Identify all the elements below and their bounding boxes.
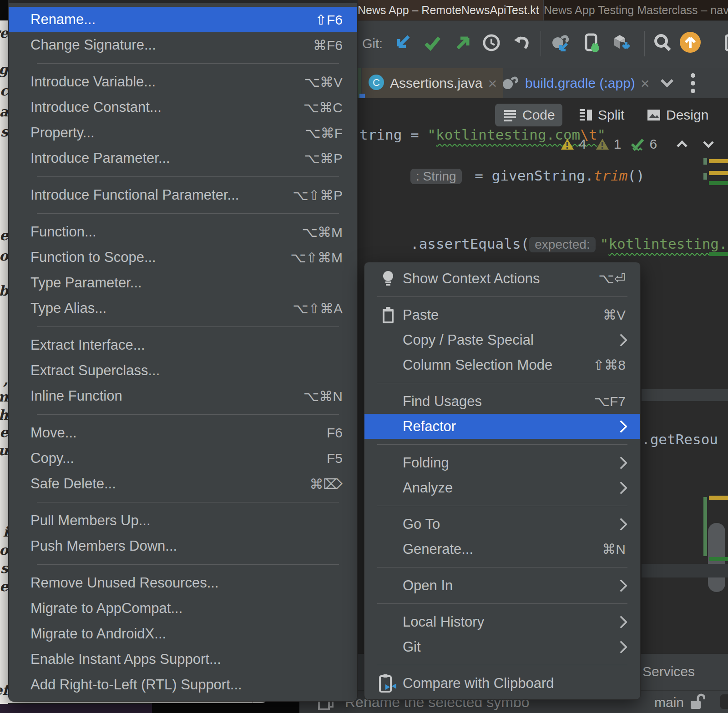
menu-item-introduce-functional-parameter[interactable]: Introduce Functional Parameter...⌥⇧⌘P: [9, 182, 357, 208]
menu-item-add-right-to-left-rtl-support[interactable]: Add Right-to-Left (RTL) Support...: [9, 672, 357, 698]
menu-item-label: Enable Instant Apps Support...: [30, 651, 221, 668]
inlay-hint-expected: expected:: [529, 237, 595, 252]
menu-item-remove-unused-resources[interactable]: Remove Unused Resources...: [9, 570, 357, 596]
page-text-fragment: e: [0, 578, 8, 594]
menu-item-label: Git: [403, 639, 421, 655]
window-title-inactive[interactable]: News App Testing Masterclass – navigatio…: [544, 0, 728, 20]
menu-separator: [37, 502, 339, 502]
menu-item-copy-paste-special[interactable]: Copy / Paste Special: [364, 327, 640, 352]
stripe-mark[interactable]: [709, 496, 728, 500]
menu-item-pull-members-up[interactable]: Pull Members Up...: [9, 508, 357, 533]
sdk-manager-icon[interactable]: [611, 33, 631, 53]
menu-item-shortcut: ⌥⌘F: [305, 125, 343, 141]
close-icon[interactable]: ×: [641, 75, 650, 91]
ok-count: 6: [649, 136, 657, 152]
menu-item-inline-function[interactable]: Inline Function⌥⌘N: [9, 383, 357, 409]
menu-item-paste[interactable]: Paste⌘V: [364, 302, 640, 327]
device-manager-icon[interactable]: [581, 33, 602, 53]
menu-item-change-signature[interactable]: Change Signature...⌘F6: [9, 32, 357, 58]
menu-separator: [37, 213, 339, 214]
menu-item-local-history[interactable]: Local History: [364, 609, 640, 634]
menu-item-label: Compare with Clipboard: [403, 675, 554, 692]
rollback-icon[interactable]: [511, 33, 531, 53]
menu-item-function[interactable]: Function...⌥⌘M: [9, 219, 357, 245]
menu-separator: [377, 383, 627, 383]
menu-item-label: Folding: [403, 455, 449, 471]
history-icon[interactable]: [481, 33, 501, 53]
stripe-mark[interactable]: [703, 158, 707, 165]
push-icon[interactable]: [452, 33, 472, 53]
menu-separator: [37, 176, 339, 177]
menu-item-property[interactable]: Property...⌥⌘F: [9, 120, 357, 146]
stripe-mark[interactable]: [709, 181, 728, 185]
code-mode-icon: [502, 107, 518, 123]
status-corner-icon[interactable]: [720, 694, 728, 709]
stripe-mark[interactable]: [709, 159, 728, 163]
menu-item-type-parameter[interactable]: Type Parameter...: [9, 270, 357, 296]
tab-label: build.gradle (:app): [525, 75, 635, 91]
menu-item-open-in[interactable]: Open In: [364, 573, 640, 598]
menu-item-generate[interactable]: Generate...⌘N: [364, 537, 640, 562]
menu-item-migrate-to-appcompat[interactable]: Migrate to AppCompat...: [9, 596, 357, 621]
lock-open-icon[interactable]: [687, 693, 705, 713]
mode-code-button[interactable]: Code: [495, 104, 562, 126]
menu-item-move[interactable]: Move...F6: [9, 420, 357, 446]
menu-item-copy[interactable]: Copy...F5: [9, 446, 357, 471]
menu-item-shortcut: ⌘⌦: [310, 476, 343, 492]
kebab-menu-icon[interactable]: [690, 72, 696, 95]
stripe-mark[interactable]: [709, 557, 728, 561]
menu-item-introduce-variable[interactable]: Introduce Variable...⌥⌘V: [9, 69, 357, 95]
mode-design-button[interactable]: Design: [639, 104, 716, 126]
commit-icon[interactable]: [422, 33, 442, 53]
tab-build-gradle[interactable]: build.gradle (:app) ×: [494, 68, 656, 98]
menu-item-type-alias[interactable]: Type Alias...⌥⇧⌘A: [9, 296, 357, 321]
stripe-mark[interactable]: [709, 252, 728, 256]
stripe-mark[interactable]: [703, 173, 707, 180]
tab-label: Assertions.java: [390, 75, 482, 91]
menu-item-folding[interactable]: Folding: [364, 450, 640, 475]
menu-item-safe-delete[interactable]: Safe Delete...⌘⌦: [9, 471, 357, 497]
search-everywhere-icon[interactable]: [652, 33, 672, 53]
page-text-fragment: i: [3, 524, 8, 540]
services-tool-window-label[interactable]: Services: [642, 664, 695, 679]
menu-item-show-context-actions[interactable]: Show Context Actions⌥⏎: [364, 266, 640, 291]
menu-item-refactor[interactable]: Refactor: [364, 414, 640, 439]
chevron-down-icon[interactable]: [658, 75, 676, 93]
gradle-sync-icon[interactable]: [549, 33, 569, 53]
menu-item-column-selection-mode[interactable]: Column Selection Mode⇧⌘8: [364, 352, 640, 377]
menu-item-introduce-parameter[interactable]: Introduce Parameter...⌥⌘P: [9, 146, 357, 171]
menu-item-compare-with-clipboard[interactable]: Compare with Clipboard: [364, 671, 640, 696]
chevron-right-icon: [615, 333, 627, 346]
menu-item-extract-superclass[interactable]: Extract Superclass...: [9, 358, 357, 383]
menu-item-find-usages[interactable]: Find Usages⌥F7: [364, 389, 640, 414]
menu-separator: [377, 444, 627, 445]
window-title-active[interactable]: News App – RemoteNewsApiTest.kt [News_A…: [358, 0, 543, 20]
menu-item-push-members-down[interactable]: Push Members Down...: [9, 533, 357, 559]
menu-item-label: Safe Delete...: [30, 476, 116, 492]
menu-item-shortcut: ⌥⌘M: [302, 224, 343, 240]
menu-item-shortcut: ⌥⇧⌘P: [293, 187, 343, 203]
stripe-mark[interactable]: [709, 171, 728, 175]
git-branch-widget[interactable]: main: [654, 695, 684, 710]
mode-split-button[interactable]: Split: [571, 104, 632, 126]
menu-item-migrate-to-androidx[interactable]: Migrate to AndroidX...: [9, 621, 357, 647]
tab-assertions-java[interactable]: C Assertions.java ×: [362, 68, 503, 98]
menu-item-git[interactable]: Git: [364, 634, 640, 659]
menu-item-label: Migrate to AppCompat...: [30, 600, 182, 617]
menu-item-enable-instant-apps-support[interactable]: Enable Instant Apps Support...: [9, 647, 357, 672]
update-project-icon[interactable]: [392, 33, 412, 53]
update-available-icon[interactable]: [679, 31, 699, 51]
menu-separator: [37, 564, 339, 565]
menu-item-introduce-constant[interactable]: Introduce Constant...⌥⌘C: [9, 95, 357, 120]
top-left-notch: [0, 0, 8, 20]
menu-separator: [377, 603, 627, 604]
menu-item-analyze[interactable]: Analyze: [364, 475, 640, 500]
menu-item-label: Push Members Down...: [30, 538, 177, 554]
menu-item-rename[interactable]: Rename...⇧F6: [9, 7, 357, 32]
inspections-widget[interactable]: 4 1 6: [561, 136, 716, 152]
menu-item-extract-interface[interactable]: Extract Interface...: [9, 332, 357, 358]
menu-item-shortcut: ⌥⌘V: [304, 74, 343, 90]
menu-item-go-to[interactable]: Go To: [364, 512, 640, 537]
menu-item-label: Function...: [30, 224, 96, 240]
menu-item-function-to-scope[interactable]: Function to Scope...⌥⇧⌘M: [9, 245, 357, 270]
